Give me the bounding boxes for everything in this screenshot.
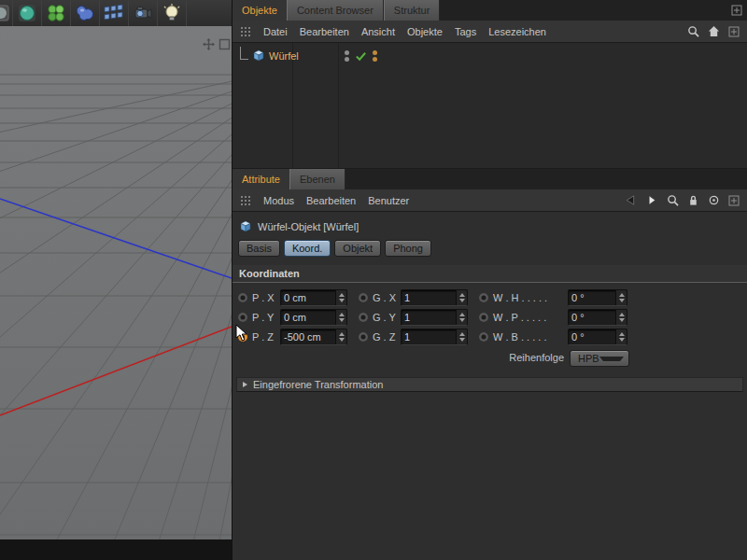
field-gx[interactable] xyxy=(401,289,468,306)
radio-wb[interactable] xyxy=(479,332,488,342)
add-panel-icon[interactable] xyxy=(728,195,740,206)
radio-gy[interactable] xyxy=(359,313,368,322)
layer-dots[interactable] xyxy=(373,50,377,62)
stepper-wb[interactable] xyxy=(615,329,627,344)
tab-phong[interactable]: Phong xyxy=(385,240,431,257)
field-px[interactable] xyxy=(280,289,347,306)
input-px[interactable] xyxy=(281,290,335,305)
light-icon[interactable] xyxy=(158,1,187,26)
menu-tags[interactable]: Tags xyxy=(455,26,476,37)
order-dropdown[interactable]: HPB xyxy=(570,350,629,367)
label-gx: G . X xyxy=(373,292,401,303)
lock-icon[interactable] xyxy=(687,194,699,206)
grid-dots-icon[interactable] xyxy=(240,195,251,206)
input-gz[interactable] xyxy=(402,329,456,344)
enabled-check-icon[interactable] xyxy=(355,50,367,63)
order-row: Reihenfolge HPB xyxy=(233,350,747,367)
input-wb[interactable] xyxy=(569,329,615,344)
menu-modus[interactable]: Modus xyxy=(263,195,294,206)
menu-objekte[interactable]: Objekte xyxy=(407,26,443,37)
input-wp[interactable] xyxy=(569,310,615,325)
input-pz[interactable] xyxy=(281,329,335,344)
menu-lesezeichen[interactable]: Lesezeichen xyxy=(488,26,546,37)
array-objects-icon[interactable] xyxy=(42,1,71,26)
metaball-icon[interactable] xyxy=(71,1,100,26)
radio-gz[interactable] xyxy=(359,332,368,342)
field-pz[interactable] xyxy=(280,329,347,345)
arrow-left-icon[interactable] xyxy=(624,194,637,206)
attribute-tabrow: Attribute Ebenen xyxy=(233,169,747,189)
object-name[interactable]: Würfel xyxy=(269,50,299,62)
grid-dots-icon[interactable] xyxy=(240,26,251,37)
primitive-partial-icon[interactable] xyxy=(0,1,13,26)
target-icon[interactable] xyxy=(708,194,720,206)
object-menubar: Datei Bearbeiten Ansicht Objekte Tags Le… xyxy=(233,21,747,43)
menu-ansicht[interactable]: Ansicht xyxy=(361,26,395,37)
tab-koord[interactable]: Koord. xyxy=(284,240,331,257)
menu-bearbeiten-attr[interactable]: Bearbeiten xyxy=(306,195,356,206)
frame-icon[interactable] xyxy=(218,38,231,50)
radio-gx[interactable] xyxy=(359,293,368,302)
camera-icon[interactable] xyxy=(129,1,158,26)
stepper-pz[interactable] xyxy=(335,329,346,344)
coordinates-grid: P . X G . X W . H . . . . . xyxy=(233,283,747,345)
viewport[interactable] xyxy=(0,26,232,539)
stepper-wp[interactable] xyxy=(615,310,627,325)
field-wh[interactable] xyxy=(568,289,627,306)
tab-basis[interactable]: Basis xyxy=(238,240,280,257)
object-row-wuerfel[interactable]: Würfel xyxy=(240,48,299,64)
x-axis-red xyxy=(0,327,232,415)
frozen-section-label: Eingefrorene Transformation xyxy=(253,379,383,390)
tab-attribute[interactable]: Attribute xyxy=(233,169,289,189)
arrow-cursor-icon[interactable] xyxy=(645,194,658,206)
input-wh[interactable] xyxy=(569,290,615,305)
object-manager[interactable]: Würfel xyxy=(233,43,747,169)
radio-wh[interactable] xyxy=(479,293,488,302)
stepper-gy[interactable] xyxy=(456,310,467,325)
pan-cross-icon[interactable] xyxy=(203,38,215,50)
tab-objekte[interactable]: Objekte xyxy=(233,0,287,21)
menu-bearbeiten[interactable]: Bearbeiten xyxy=(300,26,349,37)
tab-ebenen[interactable]: Ebenen xyxy=(289,169,345,189)
label-pz: P . Z xyxy=(252,331,280,343)
stepper-wh[interactable] xyxy=(615,290,627,305)
section-koordinaten[interactable]: Koordinaten xyxy=(233,265,747,283)
menu-datei[interactable]: Datei xyxy=(263,26,288,37)
instance-grid-icon[interactable] xyxy=(100,1,129,26)
mouse-cursor xyxy=(235,324,248,343)
add-panel-icon[interactable] xyxy=(728,26,740,37)
label-wb: W . B . . . . . xyxy=(493,331,568,343)
radio-py[interactable] xyxy=(238,313,247,322)
menu-benutzer[interactable]: Benutzer xyxy=(368,195,409,206)
radio-wp[interactable] xyxy=(479,313,488,322)
field-gy[interactable] xyxy=(401,309,468,326)
label-wp: W . P . . . . . xyxy=(493,312,568,323)
field-py[interactable] xyxy=(280,309,347,326)
chevron-down-icon xyxy=(599,357,624,361)
attribute-editor: Würfel-Objekt [Würfel] Basis Koord. Obje… xyxy=(233,212,747,542)
stepper-gz[interactable] xyxy=(456,329,467,344)
field-wb[interactable] xyxy=(568,329,627,345)
frozen-transformation-section[interactable]: Eingefrorene Transformation xyxy=(236,377,743,392)
field-gz[interactable] xyxy=(401,329,468,345)
input-gy[interactable] xyxy=(402,310,456,325)
tab-struktur[interactable]: Struktur xyxy=(384,0,441,21)
input-gx[interactable] xyxy=(402,290,456,305)
stepper-gx[interactable] xyxy=(456,290,467,305)
viewport-nav xyxy=(203,38,231,50)
stepper-px[interactable] xyxy=(335,290,346,305)
stepper-py[interactable] xyxy=(335,310,346,325)
radio-px[interactable] xyxy=(238,293,247,302)
tab-objekt[interactable]: Objekt xyxy=(334,240,381,257)
magnifier-icon[interactable] xyxy=(687,25,699,37)
column-divider xyxy=(338,43,339,168)
magnifier-icon[interactable] xyxy=(667,194,679,206)
input-py[interactable] xyxy=(281,310,335,325)
order-label: Reihenfolge xyxy=(238,352,564,363)
field-wp[interactable] xyxy=(568,309,627,326)
visibility-dots[interactable] xyxy=(345,50,349,62)
home-icon[interactable] xyxy=(708,25,720,37)
tab-content-browser[interactable]: Content Browser xyxy=(287,0,384,21)
add-panel-icon[interactable] xyxy=(731,5,742,16)
sphere-primitive-icon[interactable] xyxy=(13,1,42,26)
